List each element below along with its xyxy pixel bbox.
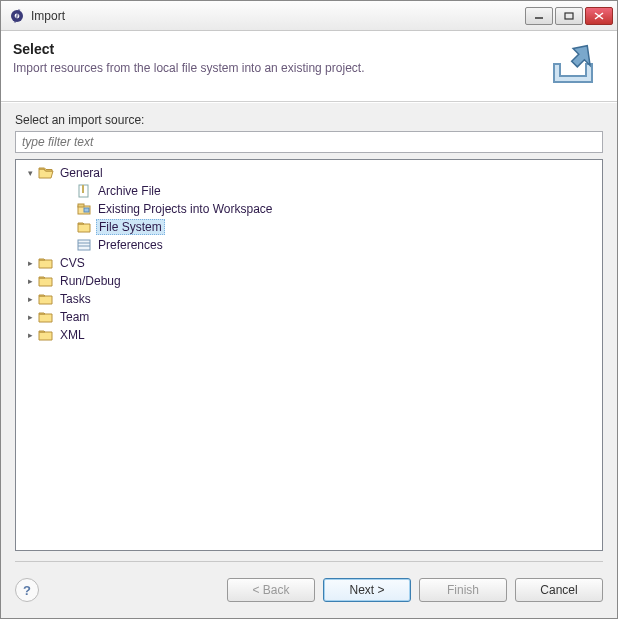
svg-rect-4 xyxy=(565,13,573,19)
svg-rect-12 xyxy=(78,240,90,250)
tree-label: Team xyxy=(58,309,91,325)
folder-icon xyxy=(38,327,54,343)
source-label: Select an import source: xyxy=(15,113,603,127)
maximize-button[interactable] xyxy=(555,7,583,25)
minimize-button[interactable] xyxy=(525,7,553,25)
cancel-button[interactable]: Cancel xyxy=(515,578,603,602)
tree-label: Existing Projects into Workspace xyxy=(96,201,275,217)
back-button[interactable]: < Back xyxy=(227,578,315,602)
svg-rect-11 xyxy=(84,208,89,212)
tree-item-existing-projects[interactable]: Existing Projects into Workspace xyxy=(18,200,600,218)
tree-label: CVS xyxy=(58,255,87,271)
tree-node-tasks[interactable]: ▸ Tasks xyxy=(18,290,600,308)
wizard-header: Select Import resources from the local f… xyxy=(1,31,617,102)
tree-item-preferences[interactable]: Preferences xyxy=(18,236,600,254)
tree-label: File System xyxy=(96,219,165,235)
filter-input[interactable] xyxy=(15,131,603,153)
finish-button[interactable]: Finish xyxy=(419,578,507,602)
window-title: Import xyxy=(31,9,525,23)
collapse-icon[interactable]: ▾ xyxy=(24,167,36,179)
help-button[interactable]: ? xyxy=(15,578,39,602)
expand-icon[interactable]: ▸ xyxy=(24,275,36,287)
wizard-body: Select an import source: ▾ General Archi… xyxy=(1,102,617,562)
tree-item-file-system[interactable]: File System xyxy=(18,218,600,236)
expand-icon[interactable]: ▸ xyxy=(24,311,36,323)
tree-label: Run/Debug xyxy=(58,273,123,289)
tree-item-archive-file[interactable]: Archive File xyxy=(18,182,600,200)
folder-icon xyxy=(38,309,54,325)
tree-node-cvs[interactable]: ▸ CVS xyxy=(18,254,600,272)
preferences-icon xyxy=(76,237,92,253)
svg-rect-10 xyxy=(78,204,84,207)
tree-node-xml[interactable]: ▸ XML xyxy=(18,326,600,344)
folder-icon xyxy=(38,273,54,289)
tree-node-general[interactable]: ▾ General xyxy=(18,164,600,182)
project-icon xyxy=(76,201,92,217)
tree-label: Tasks xyxy=(58,291,93,307)
tree-label: Preferences xyxy=(96,237,165,253)
expand-icon[interactable]: ▸ xyxy=(24,329,36,341)
expand-icon[interactable]: ▸ xyxy=(24,293,36,305)
next-button[interactable]: Next > xyxy=(323,578,411,602)
tree-label: General xyxy=(58,165,105,181)
tree-node-team[interactable]: ▸ Team xyxy=(18,308,600,326)
tree-label: Archive File xyxy=(96,183,163,199)
title-bar: Import xyxy=(1,1,617,31)
svg-rect-8 xyxy=(82,185,84,193)
window-controls xyxy=(525,7,613,25)
archive-file-icon xyxy=(76,183,92,199)
folder-icon xyxy=(76,219,92,235)
tree-node-rundebug[interactable]: ▸ Run/Debug xyxy=(18,272,600,290)
page-description: Import resources from the local file sys… xyxy=(13,61,541,75)
tree-label: XML xyxy=(58,327,87,343)
import-source-tree[interactable]: ▾ General Archive File Exist xyxy=(15,159,603,551)
folder-open-icon xyxy=(38,165,54,181)
page-title: Select xyxy=(13,41,541,57)
expand-icon[interactable]: ▸ xyxy=(24,257,36,269)
import-banner-icon xyxy=(541,41,605,89)
wizard-footer: ? < Back Next > Finish Cancel xyxy=(1,562,617,618)
folder-icon xyxy=(38,255,54,271)
close-button[interactable] xyxy=(585,7,613,25)
folder-icon xyxy=(38,291,54,307)
app-icon xyxy=(9,8,25,24)
